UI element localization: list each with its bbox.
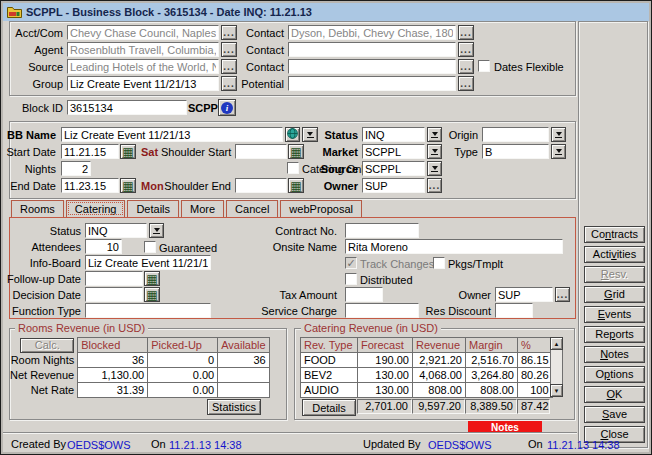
followup-calendar-button[interactable]: ▦ [144,271,160,286]
contact2-field[interactable] [288,42,456,57]
shoulder-start-field[interactable] [235,144,287,159]
calc-button: Calc. [20,338,74,353]
guaranteed-checkbox[interactable] [144,241,156,253]
origin-dropdown-button[interactable] [551,127,566,142]
save-button[interactable]: Save [584,406,645,423]
res-discount-label: Res Discount [421,304,491,318]
globe-icon [287,128,298,139]
cell-value: 36 [218,353,269,368]
start-date-label: Start Date [1,145,56,159]
grid-button[interactable]: Grid [584,286,645,303]
bb-source-field[interactable] [362,161,425,176]
cell-value: 4,068.00 [413,368,466,383]
table-row[interactable]: AUDIO 130.00 808.00 808.00 100 [301,383,553,398]
info-board-field[interactable] [85,255,211,270]
owner-lookup-button[interactable]: ... [427,178,442,193]
owner-field[interactable] [362,178,425,193]
market-field[interactable] [362,144,425,159]
start-date-calendar-button[interactable]: ▦ [120,144,136,159]
followup-date-field[interactable] [85,271,143,286]
table-row[interactable]: FOOD 190.00 2,921.20 2,516.70 86.15 [301,353,553,368]
contact1-field[interactable] [288,25,456,40]
cell-value: 1,130.00 [78,368,148,383]
details-button[interactable]: Details [302,399,356,416]
ok-button[interactable]: OK [584,386,645,403]
created-by-value: OEDS$OWS [67,438,131,452]
notes-button[interactable]: Notes [584,346,645,363]
catering-owner-lookup-button[interactable]: ... [555,287,570,302]
dates-flexible-checkbox[interactable] [478,60,490,72]
decision-date-field[interactable] [85,287,143,302]
activities-button[interactable]: Activities [584,246,645,263]
events-button[interactable]: Events [584,306,645,323]
shoulder-end-field[interactable] [235,178,287,193]
table-row[interactable]: BEV2 130.00 4,068.00 3,264.80 80.26 [301,368,553,383]
catering-status-dropdown-button[interactable] [149,223,164,238]
cell-value: 808.00 [413,383,466,398]
decision-calendar-button[interactable]: ▦ [144,287,160,302]
shoulder-end-calendar-button[interactable]: ▦ [288,178,304,193]
acct-com-label: Acct/Com [9,26,63,40]
onsite-name-field[interactable] [345,239,563,254]
start-day-text: Sat [141,145,158,159]
end-date-label: End Date [1,179,56,193]
contact3-lookup-button[interactable]: ... [458,59,474,74]
scroll-up-button[interactable]: ▲ [550,337,563,350]
options-button[interactable]: Options [584,366,645,383]
distributed-checkbox[interactable] [345,273,357,285]
scroll-down-button[interactable]: ▼ [550,384,563,397]
nights-field[interactable] [61,161,91,176]
tab-cancel[interactable]: Cancel [226,200,278,217]
bb-name-field[interactable] [61,127,283,142]
tax-amount-field[interactable] [345,287,383,302]
shoulder-start-calendar-button[interactable]: ▦ [288,144,304,159]
origin-field[interactable] [482,127,549,142]
tab-details[interactable]: Details [127,200,179,217]
start-date-field[interactable] [61,144,119,159]
function-type-field[interactable] [85,303,211,318]
group-field[interactable] [67,76,219,91]
property-info-button[interactable]: i [218,99,236,116]
rev-type: BEV2 [301,368,358,383]
potential-lookup-button[interactable]: ... [458,76,474,91]
agent-field[interactable] [67,42,219,57]
statistics-button[interactable]: Statistics [207,399,261,415]
potential-field[interactable] [288,76,456,91]
status-field[interactable] [362,127,425,142]
contact3-field[interactable] [288,59,456,74]
dropdown-arrow-icon [432,166,438,170]
type-field[interactable] [482,144,549,159]
contact2-lookup-button[interactable]: ... [458,42,474,57]
footer-divider [3,432,577,434]
tab-strip: Rooms Catering Details More Cancel webPr… [11,200,364,217]
catering-owner-field[interactable] [495,287,553,302]
tab-more[interactable]: More [181,200,224,217]
translate-globe-button[interactable] [285,127,300,142]
contact1-lookup-button[interactable]: ... [458,25,474,40]
attendees-field[interactable] [85,239,122,254]
contract-no-field[interactable] [345,223,419,238]
reports-button[interactable]: Reports [584,326,645,343]
tab-catering[interactable]: Catering [66,200,126,217]
res-discount-field[interactable] [495,303,533,318]
pkgs-tmplt-checkbox[interactable] [433,257,445,269]
bb-source-dropdown-button[interactable] [427,161,442,176]
scrollbar-track[interactable] [550,350,563,384]
tab-webproposal[interactable]: webProposal [280,200,362,217]
contact3-label: Contact [231,60,284,74]
updated-on-value: 11.21.13 14:38 [547,438,620,452]
type-dropdown-button[interactable] [551,144,566,159]
followup-date-label: Follow-up Date [3,272,81,286]
origin-label: Origin [431,128,478,142]
end-date-field[interactable] [61,178,119,193]
contracts-button[interactable]: Contracts [584,226,645,243]
catering-status-field[interactable] [85,223,147,238]
source-field[interactable] [67,59,219,74]
service-charge-field[interactable] [345,303,419,318]
end-date-calendar-button[interactable]: ▦ [120,178,136,193]
tab-rooms[interactable]: Rooms [11,200,64,217]
catering-only-checkbox[interactable] [287,162,299,174]
acct-com-field[interactable] [67,25,219,40]
rooms-revenue-table: Calc. Blocked Picked-Up Available Room N… [7,337,270,398]
dropdown-underline [153,233,160,234]
